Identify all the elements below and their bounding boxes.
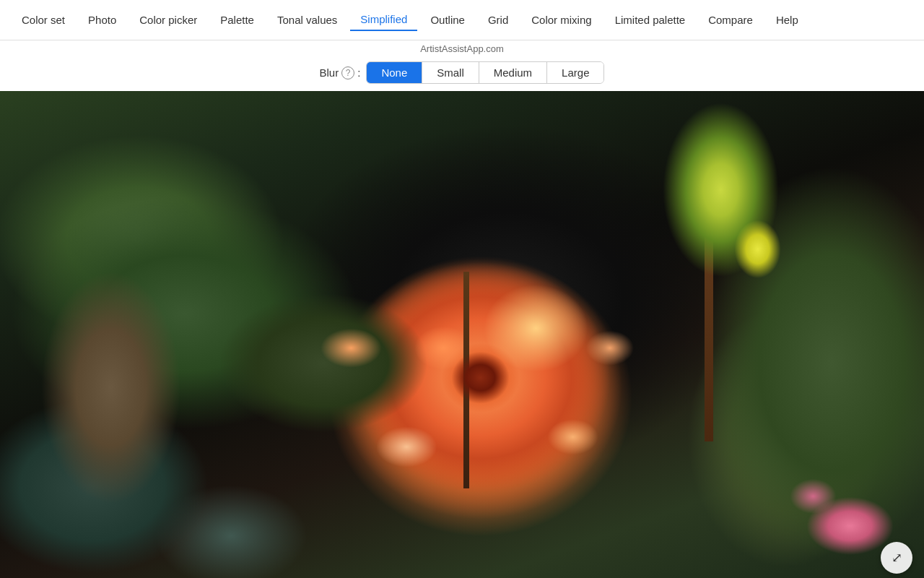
nav-bar: Color setPhotoColor pickerPaletteTonal v… bbox=[0, 0, 924, 40]
nav-item-palette[interactable]: Palette bbox=[210, 9, 264, 30]
nav-item-outline[interactable]: Outline bbox=[420, 9, 475, 30]
nav-item-color-set[interactable]: Color set bbox=[12, 9, 75, 30]
fullscreen-button[interactable]: ⤢ bbox=[881, 542, 912, 574]
nav-item-help[interactable]: Help bbox=[766, 9, 808, 30]
blur-bar: Blur ? : NoneSmallMediumLarge bbox=[0, 54, 924, 91]
blur-option-small[interactable]: Small bbox=[422, 62, 479, 83]
nav-item-color-mixing[interactable]: Color mixing bbox=[521, 9, 601, 30]
image-container: ⤢ bbox=[0, 91, 924, 578]
fullscreen-icon: ⤢ bbox=[892, 550, 902, 566]
blur-help-icon[interactable]: ? bbox=[341, 66, 354, 79]
subtitle: ArtistAssistApp.com bbox=[0, 43, 924, 54]
controls-area: ArtistAssistApp.com Blur ? : NoneSmallMe… bbox=[0, 43, 924, 91]
blur-option-none[interactable]: None bbox=[367, 62, 422, 83]
nav-item-limited-palette[interactable]: Limited palette bbox=[605, 9, 696, 30]
blur-label: Blur ? : bbox=[320, 66, 361, 79]
flower-image bbox=[0, 91, 924, 578]
blur-option-medium[interactable]: Medium bbox=[479, 62, 547, 83]
nav-item-color-picker[interactable]: Color picker bbox=[129, 9, 207, 30]
blur-option-large[interactable]: Large bbox=[547, 62, 603, 83]
blur-options: NoneSmallMediumLarge bbox=[366, 61, 604, 84]
nav-item-compare[interactable]: Compare bbox=[698, 9, 763, 30]
nav-item-simplified[interactable]: Simplified bbox=[350, 9, 417, 31]
nav-item-grid[interactable]: Grid bbox=[478, 9, 518, 30]
nav-item-photo[interactable]: Photo bbox=[78, 9, 126, 30]
nav-item-tonal-values[interactable]: Tonal values bbox=[267, 9, 347, 30]
